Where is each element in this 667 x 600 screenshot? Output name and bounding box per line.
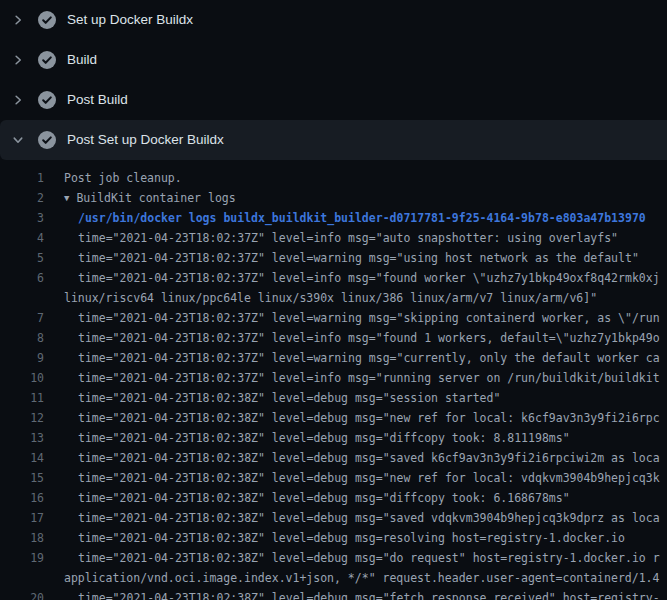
log-line: 3 /usr/bin/docker logs buildx_buildkit_b… bbox=[0, 208, 667, 228]
chevron-down-icon bbox=[10, 132, 26, 148]
log-text: ▼BuildKit container logs bbox=[44, 188, 667, 208]
line-number[interactable]: 3 bbox=[0, 208, 44, 228]
log-text: time="2021-04-23T18:02:38Z" level=debug … bbox=[44, 448, 667, 468]
log-text: time="2021-04-23T18:02:37Z" level=info m… bbox=[44, 368, 667, 388]
log-line: 13 time="2021-04-23T18:02:38Z" level=deb… bbox=[0, 428, 667, 448]
log-text: time="2021-04-23T18:02:37Z" level=warnin… bbox=[44, 308, 667, 328]
log-text: time="2021-04-23T18:02:37Z" level=warnin… bbox=[44, 248, 667, 268]
step-label: Post Set up Docker Buildx bbox=[67, 120, 224, 160]
line-number[interactable]: 12 bbox=[0, 408, 44, 428]
log-text: time="2021-04-23T18:02:38Z" level=debug … bbox=[44, 408, 667, 428]
log-text: time="2021-04-23T18:02:38Z" level=debug … bbox=[44, 508, 667, 528]
log-line: 11 time="2021-04-23T18:02:38Z" level=deb… bbox=[0, 388, 667, 408]
log-line-continuation: linux/riscv64 linux/ppc64le linux/s390x … bbox=[0, 288, 667, 308]
chevron-right-icon bbox=[10, 52, 26, 68]
line-number[interactable]: 2 bbox=[0, 188, 44, 208]
line-number bbox=[0, 288, 44, 308]
line-number[interactable]: 5 bbox=[0, 248, 44, 268]
log-text: time="2021-04-23T18:02:38Z" level=debug … bbox=[44, 488, 667, 508]
log-line: 5 time="2021-04-23T18:02:37Z" level=warn… bbox=[0, 248, 667, 268]
step-row-build[interactable]: Build bbox=[0, 40, 667, 80]
step-label: Build bbox=[67, 40, 97, 80]
check-circle-icon bbox=[38, 91, 56, 109]
steps-list: Set up Docker Buildx Build Post Build Po… bbox=[0, 0, 667, 160]
check-circle-icon bbox=[38, 51, 56, 69]
line-number[interactable]: 9 bbox=[0, 348, 44, 368]
line-number[interactable]: 18 bbox=[0, 528, 44, 548]
log-line: 6 time="2021-04-23T18:02:37Z" level=info… bbox=[0, 268, 667, 288]
log-line: 14 time="2021-04-23T18:02:38Z" level=deb… bbox=[0, 448, 667, 468]
line-number[interactable]: 17 bbox=[0, 508, 44, 528]
line-number[interactable]: 6 bbox=[0, 268, 44, 288]
log-line: 19 time="2021-04-23T18:02:38Z" level=deb… bbox=[0, 548, 667, 568]
chevron-right-icon bbox=[10, 12, 26, 28]
log-line: 10 time="2021-04-23T18:02:37Z" level=inf… bbox=[0, 368, 667, 388]
log-text: application/vnd.oci.image.index.v1+json,… bbox=[44, 568, 667, 588]
check-circle-icon bbox=[38, 11, 56, 29]
log-line: 18 time="2021-04-23T18:02:38Z" level=deb… bbox=[0, 528, 667, 548]
line-number[interactable]: 20 bbox=[0, 588, 44, 600]
log-line: 8 time="2021-04-23T18:02:37Z" level=info… bbox=[0, 328, 667, 348]
log-text: time="2021-04-23T18:02:38Z" level=debug … bbox=[44, 428, 667, 448]
log-line: 20 time="2021-04-23T18:02:38Z" level=deb… bbox=[0, 588, 667, 600]
triangle-down-icon: ▼ bbox=[64, 188, 69, 208]
line-number[interactable]: 11 bbox=[0, 388, 44, 408]
log-text: time="2021-04-23T18:02:37Z" level=info m… bbox=[44, 228, 667, 248]
log-text: time="2021-04-23T18:02:38Z" level=debug … bbox=[44, 388, 667, 408]
log-text: time="2021-04-23T18:02:37Z" level=warnin… bbox=[44, 348, 667, 368]
step-label: Set up Docker Buildx bbox=[67, 0, 193, 40]
line-number bbox=[0, 568, 44, 588]
log-text: linux/riscv64 linux/ppc64le linux/s390x … bbox=[44, 288, 667, 308]
log-group-header[interactable]: 2 ▼BuildKit container logs bbox=[0, 188, 667, 208]
log-line: 15 time="2021-04-23T18:02:38Z" level=deb… bbox=[0, 468, 667, 488]
line-number[interactable]: 10 bbox=[0, 368, 44, 388]
chevron-right-icon bbox=[10, 92, 26, 108]
group-title: BuildKit container logs bbox=[76, 191, 235, 205]
line-number[interactable]: 16 bbox=[0, 488, 44, 508]
log-text: time="2021-04-23T18:02:38Z" level=debug … bbox=[44, 468, 667, 488]
log-text: time="2021-04-23T18:02:37Z" level=info m… bbox=[44, 268, 667, 288]
log-line-continuation: application/vnd.oci.image.index.v1+json,… bbox=[0, 568, 667, 588]
line-number[interactable]: 19 bbox=[0, 548, 44, 568]
log-line: 12 time="2021-04-23T18:02:38Z" level=deb… bbox=[0, 408, 667, 428]
line-number[interactable]: 8 bbox=[0, 328, 44, 348]
step-row-post-build[interactable]: Post Build bbox=[0, 80, 667, 120]
log-text: time="2021-04-23T18:02:38Z" level=debug … bbox=[44, 528, 667, 548]
log-viewer: 1 Post job cleanup. 2 ▼BuildKit containe… bbox=[0, 160, 667, 600]
log-line: 1 Post job cleanup. bbox=[0, 168, 667, 188]
log-line: 16 time="2021-04-23T18:02:38Z" level=deb… bbox=[0, 488, 667, 508]
log-line: 17 time="2021-04-23T18:02:38Z" level=deb… bbox=[0, 508, 667, 528]
log-text: time="2021-04-23T18:02:38Z" level=debug … bbox=[44, 588, 667, 600]
line-number[interactable]: 14 bbox=[0, 448, 44, 468]
log-text: time="2021-04-23T18:02:38Z" level=debug … bbox=[44, 548, 667, 568]
log-line: 9 time="2021-04-23T18:02:37Z" level=warn… bbox=[0, 348, 667, 368]
log-text: time="2021-04-23T18:02:37Z" level=info m… bbox=[44, 328, 667, 348]
step-row-set-up-docker-buildx[interactable]: Set up Docker Buildx bbox=[0, 0, 667, 40]
log-line: 7 time="2021-04-23T18:02:37Z" level=warn… bbox=[0, 308, 667, 328]
line-number[interactable]: 4 bbox=[0, 228, 44, 248]
command-text: /usr/bin/docker logs buildx_buildkit_bui… bbox=[44, 208, 667, 228]
step-label: Post Build bbox=[67, 80, 128, 120]
line-number[interactable]: 13 bbox=[0, 428, 44, 448]
line-number[interactable]: 1 bbox=[0, 168, 44, 188]
log-line: 4 time="2021-04-23T18:02:37Z" level=info… bbox=[0, 228, 667, 248]
step-row-post-set-up-docker-buildx[interactable]: Post Set up Docker Buildx bbox=[0, 120, 667, 160]
line-number[interactable]: 15 bbox=[0, 468, 44, 488]
line-number[interactable]: 7 bbox=[0, 308, 44, 328]
log-text: Post job cleanup. bbox=[44, 168, 667, 188]
check-circle-icon bbox=[38, 131, 56, 149]
